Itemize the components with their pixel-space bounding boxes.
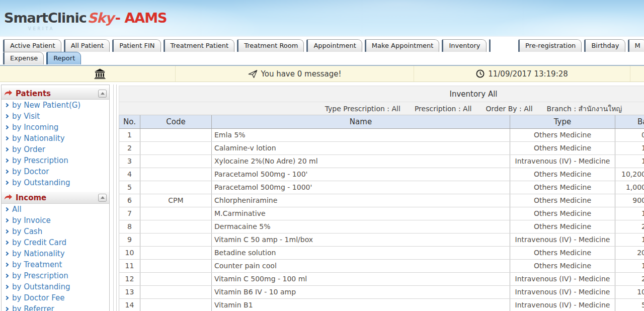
- sidebar-item-by-prescription[interactable]: by Prescription: [2, 270, 109, 281]
- sidebar-item-by-doctor[interactable]: by Doctor: [2, 166, 109, 177]
- table-row: 7M.CarminativeOthers Medicine1: [119, 207, 644, 220]
- section-title: Patients: [16, 89, 51, 98]
- report-title: Inventory All: [119, 86, 644, 102]
- sidebar-item-by-outstanding[interactable]: by Outstanding: [2, 281, 109, 292]
- sidebar-item-by-incoming[interactable]: by Incoming: [2, 122, 109, 133]
- sidebar-item-label: All: [12, 205, 22, 214]
- cell-type: Intravenous (IV) - Medicine: [510, 272, 615, 285]
- chevron-right-icon: [5, 207, 9, 211]
- column-header-type: Type: [510, 115, 615, 128]
- tab-birthday[interactable]: Birthday: [584, 39, 625, 52]
- cell-code: [140, 181, 212, 194]
- tab-active-patient[interactable]: Active Patient: [3, 39, 61, 52]
- cell-name: M.Carminative: [212, 207, 510, 220]
- bank-icon[interactable]: [94, 68, 106, 79]
- cell-code: [140, 168, 212, 181]
- tab-patient-fin[interactable]: Patient FIN: [112, 39, 160, 52]
- tab-appointment[interactable]: Appointment: [306, 39, 362, 52]
- section-title: Income: [16, 193, 46, 202]
- cell-code: [140, 272, 212, 285]
- cell-code: [140, 141, 212, 154]
- tab-label: All Patient: [71, 42, 104, 49]
- sidebar-item-label: by Prescription: [12, 156, 68, 165]
- table-row: 12Vitamin C 500mg - 100 mlIntravenous (I…: [119, 272, 644, 285]
- main-tab-bar: Active PatientAll PatientPatient FINTrea…: [3, 39, 491, 52]
- report-filter: Prescription : All: [415, 105, 472, 113]
- report-filter: Branch : สำนักงานใหญ่: [547, 103, 622, 114]
- section-header-income[interactable]: Income: [2, 192, 109, 204]
- cell-balance: 1: [615, 141, 644, 154]
- sidebar-section-income: IncomeAllby Invoiceby Cashby Credit Card…: [2, 192, 109, 311]
- sidebar-item-label: by New Patient(G): [12, 101, 80, 110]
- sidebar-item-by-outstanding[interactable]: by Outstanding: [2, 177, 109, 188]
- cell-type: Others Medicine: [510, 181, 615, 194]
- tab-label: Appointment: [313, 42, 356, 49]
- status-bar: You have 0 message! 11/09/2017 13:19:28: [0, 65, 644, 82]
- sidebar-item-by-visit[interactable]: by Visit: [2, 111, 109, 122]
- cell-balance: 1: [615, 207, 644, 220]
- chevron-right-icon: [5, 274, 9, 278]
- tab-label: Patient FIN: [119, 42, 154, 49]
- cell-type: Others Medicine: [510, 259, 615, 272]
- tab-label: M: [635, 42, 640, 49]
- sidebar-item-by-cash[interactable]: by Cash: [2, 226, 109, 237]
- report-filter-bar: Type Prescription : AllPrescription : Al…: [119, 102, 644, 115]
- sidebar-item-by-order[interactable]: by Order: [2, 144, 109, 155]
- tab-all-patient[interactable]: All Patient: [64, 39, 110, 52]
- tab-treatment-room[interactable]: Treatment Room: [237, 39, 304, 52]
- cell-balance: 2: [615, 220, 644, 233]
- column-header-code: Code: [140, 115, 212, 128]
- cell-code: [140, 259, 212, 272]
- tab-expense[interactable]: Expense: [3, 52, 44, 64]
- chevron-right-icon: [5, 159, 9, 163]
- chevron-right-icon: [5, 103, 9, 107]
- sidebar-item-by-treatment[interactable]: by Treatment: [2, 259, 109, 270]
- sidebar-item-label: by Doctor: [12, 167, 49, 176]
- sidebar-item-label: by Incoming: [12, 123, 58, 132]
- table-row: 14Vitamin B1Intravenous (IV) - Medicine5: [119, 298, 644, 311]
- collapse-button[interactable]: [98, 194, 107, 202]
- sidebar-item-label: by Invoice: [12, 216, 51, 225]
- cell-balance: 20: [615, 246, 644, 259]
- cell-no: 12: [119, 272, 140, 285]
- sidebar-item-label: by Order: [12, 145, 45, 154]
- section-header-patients[interactable]: Patients: [2, 88, 109, 100]
- tab-make-appointment[interactable]: Make Appointment: [365, 39, 440, 52]
- sidebar-item-by-nationality[interactable]: by Nationality: [2, 133, 109, 144]
- sidebar-section-patients: Patientsby New Patient(G)by Visitby Inco…: [2, 88, 109, 188]
- report-filter: Type Prescription : All: [325, 105, 400, 113]
- sidebar-item-by-new-patient-g-[interactable]: by New Patient(G): [2, 100, 109, 111]
- secondary-tab-bar: ExpenseReport: [3, 52, 84, 64]
- curved-arrow-icon: [4, 89, 13, 98]
- tab-label: Inventory: [449, 42, 480, 49]
- table-header-row: No.CodeNameTypeBalance: [119, 115, 644, 128]
- sidebar-item-by-prescription[interactable]: by Prescription: [2, 155, 109, 166]
- sidebar-item-by-doctor-fee[interactable]: by Doctor Fee: [2, 292, 109, 303]
- sidebar-item-label: by Referrer: [12, 304, 54, 311]
- tab-m[interactable]: M: [628, 39, 644, 52]
- sidebar-item-by-credit-card[interactable]: by Credit Card: [2, 237, 109, 248]
- collapse-button[interactable]: [98, 90, 107, 98]
- cell-no: 4: [119, 168, 140, 181]
- cell-code: [140, 298, 212, 311]
- tab-report[interactable]: Report: [46, 52, 81, 64]
- sidebar-item-by-referrer[interactable]: by Referrer: [2, 303, 109, 311]
- cell-name: Vitamin C 50 amp - 1ml/box: [212, 233, 510, 246]
- splitter-line[interactable]: [116, 85, 117, 311]
- cell-balance: 1: [615, 259, 644, 272]
- tab-pre-registration[interactable]: Pre-registration: [518, 39, 582, 52]
- app-banner: SmartClinicSky- AAMS VERITA: [0, 0, 644, 37]
- sidebar-item-by-nationality[interactable]: by Nationality: [2, 248, 109, 259]
- sidebar-item-all[interactable]: All: [2, 204, 109, 215]
- cell-code: [140, 233, 212, 246]
- sidebar-item-label: by Treatment: [12, 260, 62, 269]
- tab-inventory[interactable]: Inventory: [442, 39, 486, 52]
- logo-subtext: VERITA: [28, 27, 54, 31]
- app-logo: SmartClinicSky- AAMS: [4, 10, 167, 26]
- sidebar-item-by-invoice[interactable]: by Invoice: [2, 215, 109, 226]
- tab-treatment-patient[interactable]: Treatment Patient: [164, 39, 235, 52]
- cell-type: Others Medicine: [510, 168, 615, 181]
- right-tab-bar: Pre-registrationBirthdayM: [518, 39, 644, 52]
- splitter-line[interactable]: [113, 85, 114, 311]
- table-row: 5Paracetamol 500mg - 1000'Others Medicin…: [119, 181, 644, 194]
